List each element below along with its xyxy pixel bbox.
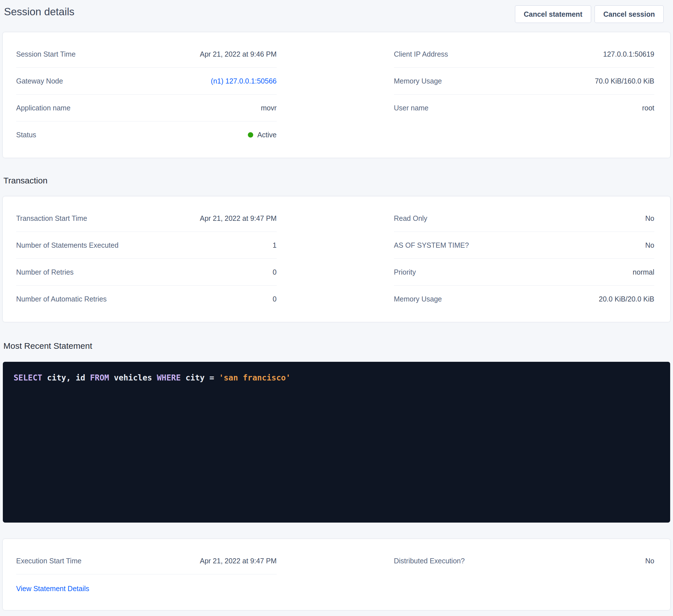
transaction-card-right-column: Read OnlyNoAS OF SYSTEM TIME?NoPriorityn… <box>394 205 655 313</box>
gateway-node-value: (n1) 127.0.0.1:50566 <box>211 77 276 85</box>
client-ip-address-label: Client IP Address <box>394 50 448 58</box>
view-statement-details-row: View Statement Details <box>16 574 277 603</box>
memory-usage-label: Memory Usage <box>394 77 442 85</box>
sql-token-plain: city = <box>181 373 219 382</box>
cancel-statement-button[interactable]: Cancel statement <box>515 5 591 23</box>
statements-executed-label: Number of Statements Executed <box>16 241 119 249</box>
application-name-value: movr <box>261 104 277 112</box>
memory-usage-row: Memory Usage70.0 KiB/160.0 KiB <box>394 68 655 94</box>
sql-statement-text: SELECT city, id FROM vehicles WHERE city… <box>14 372 659 384</box>
status-text: Active <box>257 131 276 139</box>
transaction-memory-usage-value: 20.0 KiB/20.0 KiB <box>599 295 654 303</box>
read-only-value: No <box>645 214 654 223</box>
transaction-start-time-label: Transaction Start Time <box>16 214 87 223</box>
execution-start-time-value: Apr 21, 2022 at 9:47 PM <box>200 557 276 565</box>
gateway-node-link[interactable]: (n1) 127.0.0.1:50566 <box>211 77 276 85</box>
status-label: Status <box>16 131 36 139</box>
session-start-time-value: Apr 21, 2022 at 9:46 PM <box>200 50 276 58</box>
session-card-right-column: Client IP Address127.0.0.1:50619Memory U… <box>394 41 655 148</box>
read-only-label: Read Only <box>394 214 427 223</box>
view-statement-details-link[interactable]: View Statement Details <box>16 585 89 593</box>
transaction-memory-usage-label: Memory Usage <box>394 295 442 303</box>
memory-usage-value: 70.0 KiB/160.0 KiB <box>595 77 654 85</box>
status-row: StatusActive <box>16 121 277 148</box>
sql-token-string: 'san francisco' <box>219 373 291 382</box>
priority-label: Priority <box>394 268 416 276</box>
session-card-left-column: Session Start TimeApr 21, 2022 at 9:46 P… <box>16 41 277 148</box>
active-status-icon <box>248 132 253 137</box>
transaction-card-left-column: Transaction Start TimeApr 21, 2022 at 9:… <box>16 205 277 313</box>
gateway-node-label: Gateway Node <box>16 77 63 85</box>
client-ip-address-value: 127.0.0.1:50619 <box>603 50 654 58</box>
as-of-system-time-row: AS OF SYSTEM TIME?No <box>394 232 655 259</box>
priority-row: Prioritynormal <box>394 259 655 286</box>
distributed-execution-label: Distributed Execution? <box>394 557 465 565</box>
gateway-node-row: Gateway Node(n1) 127.0.0.1:50566 <box>16 68 277 94</box>
sql-token-keyword: SELECT <box>14 373 42 382</box>
retries-label: Number of Retries <box>16 268 74 276</box>
retries-row: Number of Retries0 <box>16 259 277 286</box>
transaction-card: Transaction Start TimeApr 21, 2022 at 9:… <box>3 197 670 322</box>
user-name-row: User nameroot <box>394 94 655 121</box>
read-only-row: Read OnlyNo <box>394 205 655 232</box>
user-name-value: root <box>642 104 654 112</box>
as-of-system-time-label: AS OF SYSTEM TIME? <box>394 241 469 249</box>
as-of-system-time-value: No <box>645 241 654 249</box>
execution-start-time-row: Execution Start TimeApr 21, 2022 at 9:47… <box>16 548 277 574</box>
automatic-retries-row: Number of Automatic Retries0 <box>16 286 277 313</box>
session-card: Session Start TimeApr 21, 2022 at 9:46 P… <box>3 32 670 158</box>
sql-token-plain: city, id <box>42 373 90 382</box>
application-name-row: Application namemovr <box>16 94 277 121</box>
execution-card-right-column: Distributed Execution?No <box>394 548 655 603</box>
sql-token-plain: vehicles <box>109 373 157 382</box>
cancel-session-button[interactable]: Cancel session <box>595 5 664 23</box>
statements-executed-row: Number of Statements Executed1 <box>16 232 277 259</box>
distributed-execution-row: Distributed Execution?No <box>394 548 655 574</box>
priority-value: normal <box>633 268 654 276</box>
automatic-retries-label: Number of Automatic Retries <box>16 295 107 303</box>
transaction-start-time-value: Apr 21, 2022 at 9:47 PM <box>200 214 276 223</box>
transaction-memory-usage-row: Memory Usage20.0 KiB/20.0 KiB <box>394 286 655 313</box>
status-value: Active <box>248 131 276 139</box>
execution-card: Execution Start TimeApr 21, 2022 at 9:47… <box>3 539 670 610</box>
transaction-heading: Transaction <box>3 175 673 187</box>
page-title: Session details <box>4 4 74 20</box>
session-start-time-row: Session Start TimeApr 21, 2022 at 9:46 P… <box>16 41 277 68</box>
transaction-start-time-row: Transaction Start TimeApr 21, 2022 at 9:… <box>16 205 277 232</box>
session-start-time-label: Session Start Time <box>16 50 76 58</box>
retries-value: 0 <box>273 268 277 276</box>
most-recent-statement-heading: Most Recent Statement <box>3 340 673 352</box>
application-name-label: Application name <box>16 104 70 112</box>
execution-card-left-column: Execution Start TimeApr 21, 2022 at 9:47… <box>16 548 277 603</box>
sql-code-block: SELECT city, id FROM vehicles WHERE city… <box>3 362 670 523</box>
automatic-retries-value: 0 <box>273 295 277 303</box>
page-header: Session details Cancel statement Cancel … <box>0 0 673 23</box>
sql-token-keyword: FROM <box>90 373 109 382</box>
sql-token-keyword: WHERE <box>157 373 181 382</box>
header-actions: Cancel statement Cancel session <box>515 5 664 23</box>
distributed-execution-value: No <box>645 557 654 565</box>
execution-start-time-label: Execution Start Time <box>16 557 81 565</box>
statements-executed-value: 1 <box>273 241 277 249</box>
client-ip-address-row: Client IP Address127.0.0.1:50619 <box>394 41 655 68</box>
user-name-label: User name <box>394 104 429 112</box>
